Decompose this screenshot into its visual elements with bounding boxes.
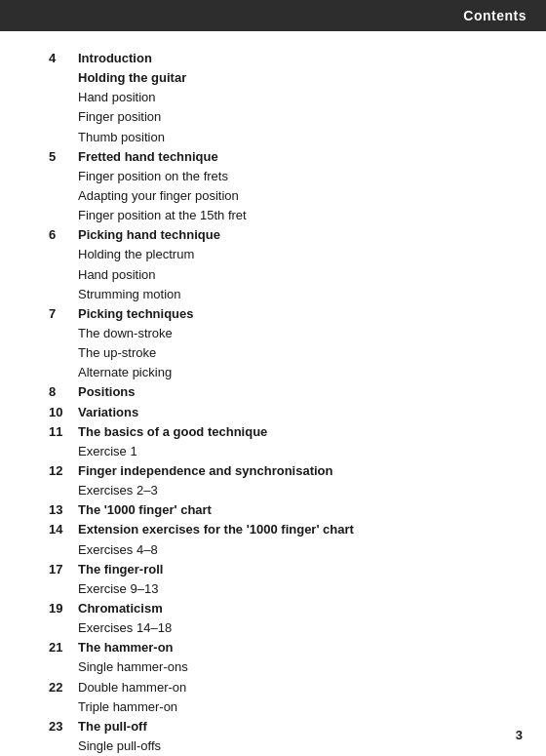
toc-row: Exercises 14–18 xyxy=(49,618,517,638)
toc-entry-text: Holding the guitar xyxy=(78,68,517,88)
toc-row: Hand position xyxy=(49,265,517,285)
toc-entry-text: Strumming motion xyxy=(78,285,517,304)
toc-page-num: 4 xyxy=(49,49,78,68)
toc-row: 4Introduction xyxy=(49,49,517,68)
toc-row: Exercise 1 xyxy=(49,442,517,461)
toc-row: Thumb position xyxy=(49,128,517,147)
toc-page-num: 10 xyxy=(49,403,78,422)
page-number: 3 xyxy=(516,728,523,742)
toc-row: Holding the plectrum xyxy=(49,245,517,264)
toc-page-num: 13 xyxy=(49,500,78,520)
toc-row: Exercise 9–13 xyxy=(49,579,517,599)
toc-row: 21The hammer-on xyxy=(49,638,517,657)
toc-row: Alternate picking xyxy=(49,363,517,382)
toc-entry-text: Triple hammer-on xyxy=(78,697,517,717)
page-header: Contents xyxy=(0,0,546,31)
toc-row: 13The '1000 finger' chart xyxy=(49,500,517,520)
toc-row: Triple hammer-on xyxy=(49,697,517,717)
toc-row: Single hammer-ons xyxy=(49,657,517,677)
toc-page-num: 12 xyxy=(49,461,78,481)
toc-page-num: 21 xyxy=(49,638,78,657)
toc-page-num: 8 xyxy=(49,382,78,402)
toc-entry-text: Holding the plectrum xyxy=(78,245,517,264)
toc-entry-text: Exercises 14–18 xyxy=(78,618,517,638)
toc-row: 10Variations xyxy=(49,403,517,422)
toc-page-num: 17 xyxy=(49,560,78,579)
toc-entry-text: Hand position xyxy=(78,265,517,285)
toc-row: Finger position on the frets xyxy=(49,167,517,186)
toc-page-num: 5 xyxy=(49,147,78,167)
toc-entry-text: Exercises 2–3 xyxy=(78,481,517,500)
toc-row: Finger position xyxy=(49,107,517,127)
toc-entry-text: Single hammer-ons xyxy=(78,657,517,677)
toc-entry-text: Finger position at the 15th fret xyxy=(78,206,517,225)
page: Contents 4IntroductionHolding the guitar… xyxy=(0,0,546,756)
header-title: Contents xyxy=(463,8,526,23)
toc-entry-text: Variations xyxy=(78,403,517,422)
toc-row: 22Double hammer-on xyxy=(49,678,517,697)
toc-entry-text: Picking hand technique xyxy=(78,225,517,245)
toc-entry-text: Adapting your finger position xyxy=(78,186,517,206)
toc-row: Hand position xyxy=(49,88,517,107)
toc-page-num: 14 xyxy=(49,520,78,539)
toc-row: Strumming motion xyxy=(49,285,517,304)
toc-entry-text: Picking techniques xyxy=(78,304,517,324)
toc-entry-text: Double hammer-on xyxy=(78,678,517,697)
toc-entry-text: Finger independence and synchronisation xyxy=(78,461,517,481)
toc-entry-text: The down-stroke xyxy=(78,324,517,343)
toc-entry-text: Positions xyxy=(78,382,517,402)
toc-entry-text: The '1000 finger' chart xyxy=(78,500,517,520)
toc-entry-text: The basics of a good technique xyxy=(78,422,517,442)
toc-page-num: 23 xyxy=(49,717,78,736)
toc-entry-text: Alternate picking xyxy=(78,363,517,382)
toc-row: Finger position at the 15th fret xyxy=(49,206,517,225)
toc-row: 23The pull-off xyxy=(49,717,517,736)
toc-row: 14Extension exercises for the '1000 fing… xyxy=(49,520,517,539)
toc-row: Holding the guitar xyxy=(49,68,517,88)
toc-page-num: 22 xyxy=(49,678,78,697)
toc-row: Exercises 2–3 xyxy=(49,481,517,500)
toc-entry-text: The finger-roll xyxy=(78,560,517,579)
toc-entry-text: Chromaticism xyxy=(78,599,517,618)
toc-entry-text: The up-stroke xyxy=(78,343,517,363)
toc-entry-text: Thumb position xyxy=(78,128,517,147)
toc-entry-text: Exercise 1 xyxy=(78,442,517,461)
toc-entry-text: Exercises 4–8 xyxy=(78,540,517,560)
toc-entry-text: Fretted hand technique xyxy=(78,147,517,167)
toc-row: Exercises 4–8 xyxy=(49,540,517,560)
toc-entry-text: Finger position on the frets xyxy=(78,167,517,186)
toc-row: 12Finger independence and synchronisatio… xyxy=(49,461,517,481)
toc-entry-text: The pull-off xyxy=(78,717,517,736)
toc-page-num: 19 xyxy=(49,599,78,618)
toc-entry-text: Exercise 9–13 xyxy=(78,579,517,599)
toc-entry-text: Hand position xyxy=(78,88,517,107)
toc-row: 19Chromaticism xyxy=(49,599,517,618)
toc-row: 7Picking techniques xyxy=(49,304,517,324)
toc-row: 11The basics of a good technique xyxy=(49,422,517,442)
toc-entry-text: Extension exercises for the '1000 finger… xyxy=(78,520,517,539)
toc-row: The up-stroke xyxy=(49,343,517,363)
toc-row: Single pull-offs xyxy=(49,736,517,756)
toc-row: 6Picking hand technique xyxy=(49,225,517,245)
toc-row: Adapting your finger position xyxy=(49,186,517,206)
toc-page-num: 7 xyxy=(49,304,78,324)
toc-entry-text: The hammer-on xyxy=(78,638,517,657)
toc-entry-text: Single pull-offs xyxy=(78,736,517,756)
toc-row: The down-stroke xyxy=(49,324,517,343)
toc-row: 8Positions xyxy=(49,382,517,402)
toc-entry-text: Introduction xyxy=(78,49,517,68)
toc-page-num: 11 xyxy=(49,422,78,442)
toc-content: 4IntroductionHolding the guitarHand posi… xyxy=(0,31,546,756)
toc-row: 17The finger-roll xyxy=(49,560,517,579)
toc-entry-text: Finger position xyxy=(78,107,517,127)
toc-page-num: 6 xyxy=(49,225,78,245)
toc-row: 5Fretted hand technique xyxy=(49,147,517,167)
